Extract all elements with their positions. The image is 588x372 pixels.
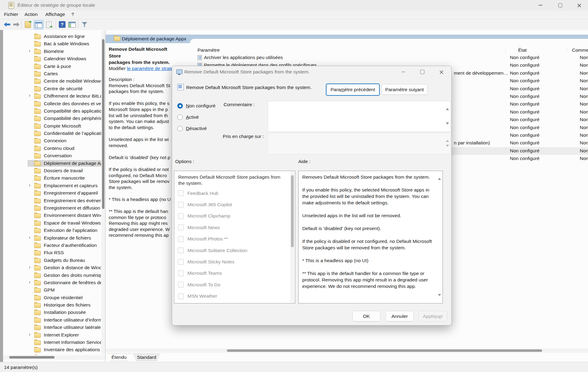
radio-icon[interactable] [177,114,183,120]
radio-icon[interactable] [177,126,183,131]
radio-selected-icon[interactable] [177,103,183,109]
close-button[interactable] [572,0,586,10]
view-tab[interactable]: Standard [133,354,160,361]
tree-item[interactable]: Espace de travail Windows [3,220,101,227]
tree-item[interactable]: Gadgets du Bureau [3,257,101,264]
tree-item[interactable]: Installation poussée [3,309,101,316]
chevron-right-icon[interactable] [29,85,30,91]
column-separator[interactable] [505,47,506,53]
dialog-maximize-button[interactable] [416,66,429,78]
tree-item[interactable]: Cartes [3,70,101,78]
chevron-right-icon[interactable] [29,279,30,285]
menu-help[interactable]: ? [71,12,74,17]
checkbox-icon[interactable] [178,236,184,242]
tree-item[interactable]: Internet Explorer [3,332,101,339]
chevron-right-icon[interactable] [29,287,30,292]
tree-item[interactable]: Enregistrement et diffusion [3,205,101,212]
chevron-right-icon[interactable] [29,324,30,329]
edit-policy-link[interactable]: le paramètre de stratégie [127,66,172,71]
chevron-right-icon[interactable] [29,190,30,195]
menu-affichage[interactable]: Affichage [45,12,65,17]
chevron-right-icon[interactable] [29,235,30,240]
menu-action[interactable]: Action [24,12,38,17]
chevron-right-icon[interactable] [29,317,30,322]
checkbox-icon[interactable] [178,202,184,208]
tree-item[interactable]: Interface utilisateur d’informations [3,317,101,324]
comment-textarea[interactable] [268,101,451,132]
chevron-right-icon[interactable] [29,63,30,69]
tree-item[interactable]: Contenu cloud [3,145,101,152]
chevron-right-icon[interactable] [29,272,30,277]
tree-item[interactable]: Collecte des données et versions [3,100,101,108]
chevron-right-icon[interactable] [29,294,30,300]
checkbox-icon[interactable] [178,270,184,276]
radio-enabled[interactable]: Activé [177,114,199,120]
scroll-up-icon[interactable] [446,103,449,108]
previous-setting-button[interactable]: Paramètre précédent [326,84,380,96]
options-scrollbar-thumb[interactable] [291,175,294,247]
tree-item[interactable]: Confidentialité de l’application [3,130,101,137]
maximize-button[interactable] [553,0,567,10]
checkbox-icon[interactable] [178,259,184,265]
tree-item[interactable]: Enregistrement d’appareil [3,190,101,197]
chevron-right-icon[interactable] [29,78,30,83]
chevron-right-icon[interactable] [29,309,30,314]
checkbox-icon[interactable] [178,247,184,253]
column-header-commentaire[interactable]: Commentaire [572,47,588,53]
checkbox-icon[interactable] [178,293,184,299]
scroll-down-icon[interactable] [446,125,449,130]
action-pane-button[interactable] [67,20,77,29]
chevron-right-icon[interactable] [29,339,30,344]
tree-item[interactable]: Environnement distant Windows [3,212,101,219]
tree-item[interactable]: Centre de sécurité [3,85,101,93]
tree-item[interactable]: Gestionnaire de fenêtres de bureau [3,279,101,287]
chevron-right-icon[interactable] [29,302,30,307]
chevron-right-icon[interactable] [29,249,30,255]
chevron-right-icon[interactable] [29,205,30,210]
chevron-right-icon[interactable] [29,137,30,143]
tree-item[interactable]: Assistance en ligne [3,33,101,40]
tree-item[interactable]: Connexion [3,137,101,145]
next-setting-button[interactable]: Paramètre suivant [382,84,428,95]
chevron-right-icon[interactable] [29,33,30,39]
chevron-right-icon[interactable] [29,332,30,337]
chevron-right-icon[interactable] [29,93,30,98]
tree-item[interactable]: Internet Information Services [3,339,101,346]
tree-item[interactable]: Carte à puce [3,63,101,70]
tree-horizontal-scrollbar-thumb[interactable] [9,356,55,359]
chevron-right-icon[interactable] [29,145,30,151]
content-horizontal-scrollbar-thumb[interactable] [227,349,542,352]
help-button[interactable] [58,20,67,29]
radio-not-configured[interactable]: Non configuré [177,103,216,109]
radio-disabled[interactable]: Désactivé [177,125,207,132]
tree-vertical-scrollbar-thumb[interactable] [102,39,104,209]
chevron-right-icon[interactable] [29,227,30,232]
tree-item[interactable]: Facteur d’authentification [3,242,101,249]
tree-item[interactable]: Centre de mobilité Windows [3,78,101,85]
forward-button[interactable] [12,20,21,29]
tree-item[interactable]: Gestion à distance de Windows [3,264,101,272]
chevron-right-icon[interactable] [29,152,30,158]
tree-item[interactable]: Biométrie [3,48,101,55]
scroll-up-icon[interactable] [438,173,441,178]
cancel-button[interactable]: Annuler [386,311,414,322]
tree-item[interactable]: Interface utilisateur latérale [3,324,101,331]
checkbox-icon[interactable] [178,282,184,288]
tree-item[interactable]: Exécution de l’application [3,227,101,234]
back-button[interactable] [2,20,12,29]
column-header-parametre[interactable]: Paramètre [198,47,220,53]
column-header-etat[interactable]: État [518,47,527,53]
chevron-right-icon[interactable] [29,160,30,166]
chevron-right-icon[interactable] [29,212,30,218]
scroll-down-icon[interactable] [438,296,441,302]
show-hide-tree-button[interactable] [34,20,43,29]
chevron-right-icon[interactable] [29,242,30,247]
tree-item[interactable]: Conversation [3,152,101,160]
chevron-right-icon[interactable] [29,264,30,270]
tree-item[interactable]: Chiffrement de lecteur BitLocker [3,93,101,100]
help-panel[interactable]: Removes Default Microsoft Store packages… [298,171,443,303]
tree-item[interactable]: Calendrier Windows [3,55,101,63]
chevron-right-icon[interactable] [29,100,30,106]
tree-item[interactable]: Gestion des droits numériques [3,272,101,279]
tree-item[interactable]: Historique des fichiers [3,302,101,309]
